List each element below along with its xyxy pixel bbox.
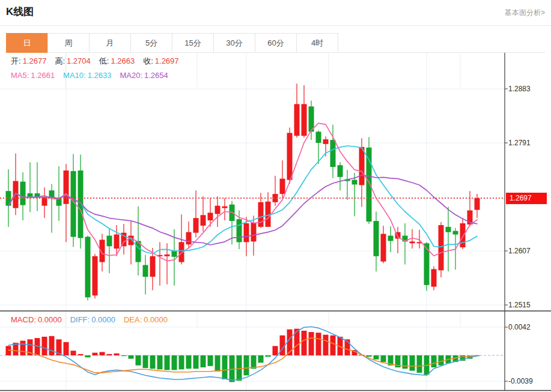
macd-readout: MACD:0.0000DIFF:0.0000DEA:0.0000 [11,313,176,327]
macd-tick-label: -0.0039 [508,376,548,386]
tab-period-2[interactable]: 月 [89,33,131,53]
tab-period-6[interactable]: 60分 [255,33,297,53]
price-tick-label: 1.2791 [508,138,548,148]
macd-field-1: DIFF:0.0000 [70,313,115,327]
ma-field-2: MA20:1.2654 [120,68,168,83]
ohlc-field-0: 开:1.2677 [11,54,46,68]
price-tick-label: 1.2607 [508,246,548,256]
ohlc-field-2: 低:1.2663 [99,54,135,68]
macd-field-0: MACD:0.0000 [11,313,62,327]
macd-tick-label: 0.0042 [508,322,548,332]
ma-readout: MA5:1.2661MA10:1.2633MA20:1.2654 [11,68,177,83]
ma-field-1: MA10:1.2633 [63,68,111,83]
kline-widget: K线图 基本面分析> 日周月5分15分30分60分4时 开:1.2677高:1.… [0,0,551,392]
tab-period-5[interactable]: 30分 [213,33,255,53]
tab-period-7[interactable]: 4时 [296,33,338,53]
price-tick-label: 1.2515 [508,300,548,310]
tab-period-1[interactable]: 周 [47,33,90,53]
price-tick-label: 1.2883 [508,84,548,94]
period-tabbar: 日周月5分15分30分60分4时 [6,33,545,53]
ohlc-field-1: 高:1.2704 [55,54,90,68]
macd-field-2: DEA:0.0000 [124,313,168,327]
page-title: K线图 [6,5,34,19]
header-divider [0,25,551,26]
ma-field-0: MA5:1.2661 [11,68,55,83]
current-price-flag: 1.2697 [506,193,547,204]
ohlc-field-3: 收:1.2697 [143,54,178,68]
fundamental-analysis-link[interactable]: 基本面分析> [505,8,545,18]
tab-period-3[interactable]: 5分 [130,33,172,53]
tab-period-4[interactable]: 15分 [172,33,214,53]
candles [6,83,480,300]
ohlc-readout: 开:1.2677高:1.2704低:1.2663收:1.2697 [11,54,187,68]
tab-period-0[interactable]: 日 [6,33,48,53]
